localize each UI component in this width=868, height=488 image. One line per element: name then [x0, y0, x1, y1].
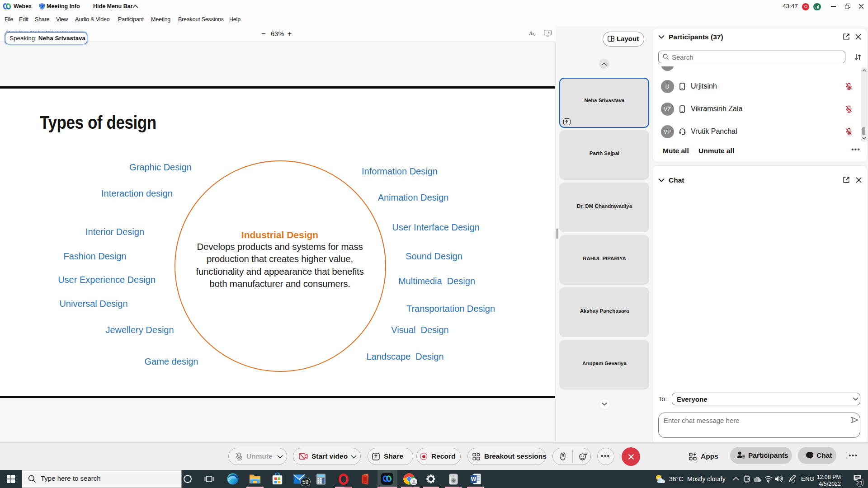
svg-text:W: W: [471, 476, 476, 483]
